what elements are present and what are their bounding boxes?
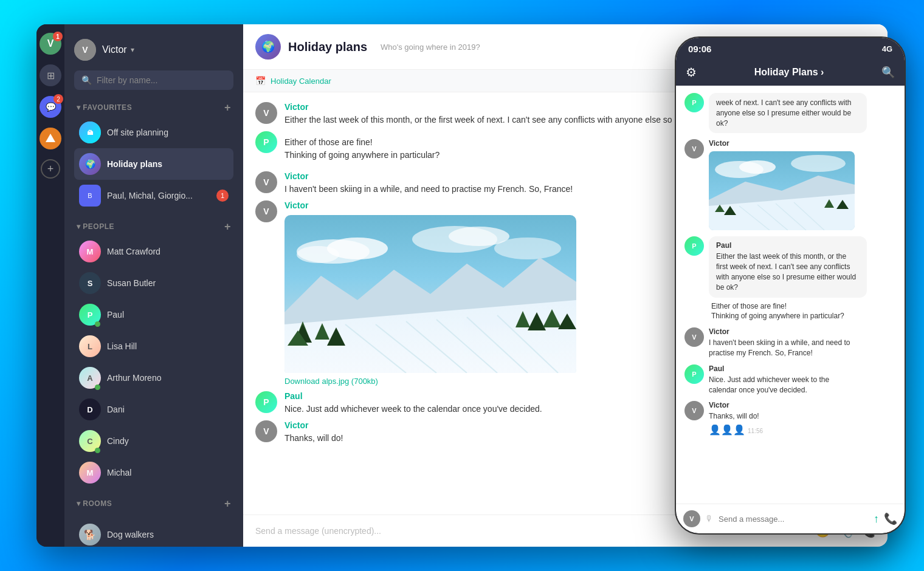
conv-avatar: S [79, 272, 101, 294]
search-bar[interactable]: 🔍 [74, 70, 233, 90]
person-item-lisa[interactable]: L Lisa Hill [74, 330, 233, 362]
phone-avatar: V [684, 401, 704, 420]
phone-avatar: V [684, 327, 704, 347]
phone-avatar: P [684, 93, 704, 112]
conv-avatar: M [79, 241, 101, 262]
phone-mic-icon[interactable]: 🎙 [705, 514, 714, 524]
phone-msg-row: V Victor Thanks, will do! 👤👤👤 11:56 [684, 401, 896, 436]
favourites-section-header: ▾ FAVOURITES + [74, 97, 233, 117]
brand-icon [44, 132, 57, 145]
phone-send-icon[interactable]: ↑ [874, 513, 879, 525]
phone-search-icon[interactable]: 🔍 [881, 66, 895, 79]
msg-avatar: V [255, 102, 277, 124]
favourite-item-group[interactable]: B Paul, Michal, Giorgio... 1 [74, 180, 233, 211]
conv-name: Paul, Michal, Giorgio... [107, 191, 210, 200]
msg-avatar: V [255, 200, 277, 222]
phone-gear-icon[interactable]: ⚙ [686, 65, 697, 80]
phone-msg-name: Paul [716, 241, 860, 250]
calendar-label[interactable]: Holiday Calendar [271, 77, 331, 86]
add-workspace-button[interactable]: + [41, 159, 60, 179]
favourites-toggle-icon[interactable]: ▾ FAVOURITES [77, 103, 132, 112]
user-badge[interactable]: V 1 [40, 33, 61, 55]
favourite-item-offsite[interactable]: 🏔 Off site planning [74, 117, 233, 148]
chat-subtitle: Who's going where in 2019? [381, 43, 480, 52]
chat-title: Holiday plans [288, 40, 367, 54]
phone-input-avatar: V [683, 510, 700, 527]
svg-point-27 [739, 160, 776, 174]
online-indicator [95, 321, 100, 327]
favourite-item-holiday[interactable]: 🌍 Holiday plans [74, 148, 233, 180]
phone-msg-name: Victor [709, 139, 855, 148]
chat-icon[interactable]: 💬 2 [40, 96, 61, 118]
mobile-phone: 09:06 4G ⚙ Holiday Plans › 🔍 P week of n… [675, 36, 906, 535]
phone-msg-container: Victor Thanks, will do! 👤👤👤 11:56 [709, 401, 763, 436]
chat-badge: 2 [53, 94, 63, 104]
person-item-matt[interactable]: M Matt Crawford [74, 236, 233, 267]
sidebar-username[interactable]: Victor ▾ [102, 44, 134, 55]
phone-msg-text: I haven't been skiing in a while, and ne… [709, 338, 855, 358]
person-item-cindy[interactable]: C Cindy [74, 425, 233, 457]
phone-avatar: P [684, 364, 704, 384]
phone-timestamp: 11:56 [748, 428, 763, 434]
rooms-toggle-icon[interactable]: ▾ ROOMS [77, 499, 112, 508]
person-item-arthur[interactable]: A Arthur Moreno [74, 362, 233, 394]
download-link[interactable]: Download alps.jpg (700kb) [284, 377, 378, 386]
phone-msg-row: V Victor I haven't been skiing in a whil… [684, 327, 896, 358]
people-toggle-icon[interactable]: ▾ PEOPLE [77, 222, 114, 231]
phone-chat-title: Holiday Plans › [703, 67, 875, 78]
person-item-paul[interactable]: P Paul [74, 299, 233, 330]
phone-title-arrow: › [821, 67, 824, 77]
conv-name: Holiday plans [107, 159, 229, 169]
search-icon: 🔍 [81, 75, 92, 85]
room-item-dogwalkers[interactable]: 🐕 Dog walkers [74, 519, 233, 547]
person-name: Matt Crawford [107, 247, 229, 256]
user-initial: V [47, 38, 54, 49]
sidebar-user-avatar: V [74, 39, 96, 61]
phone-messages: P week of next. I can't see any conflict… [676, 86, 905, 504]
msg-avatar: V [255, 420, 277, 442]
grid-icon[interactable]: ⊞ [40, 64, 61, 86]
search-input[interactable] [97, 75, 226, 85]
sidebar-content: V Victor ▾ 🔍 ▾ FAVOURITES + [64, 24, 243, 547]
add-person-button[interactable]: + [224, 221, 231, 232]
phone-screen: 09:06 4G ⚙ Holiday Plans › 🔍 P week of n… [676, 38, 905, 533]
phone-msg-text: Thanks, will do! [709, 411, 763, 422]
phone-avatar: P [684, 236, 704, 256]
phone-chat-header: ⚙ Holiday Plans › 🔍 [676, 59, 905, 86]
conv-avatar: L [79, 335, 101, 357]
sidebar: V 1 ⊞ 💬 2 + V [36, 24, 243, 547]
online-indicator [95, 448, 100, 453]
app-container: V 1 ⊞ 💬 2 + V [36, 24, 888, 547]
phone-msg-bubble: week of next. I can't see any conflicts … [709, 93, 867, 133]
phone-call-icon[interactable]: 📞 [884, 512, 897, 525]
conv-avatar: 🏔 [79, 121, 101, 143]
conv-badge: 1 [216, 190, 229, 202]
people-section-header: ▾ PEOPLE + [74, 216, 233, 236]
left-icon-bar: V 1 ⊞ 💬 2 + [36, 24, 64, 547]
sidebar-user-row[interactable]: V Victor ▾ [74, 34, 233, 66]
conv-avatar: D [79, 398, 101, 420]
conv-avatar: B [79, 185, 101, 207]
person-item-dani[interactable]: D Dani [74, 394, 233, 425]
phone-msg-container: Victor I haven't been skiing in a while,… [709, 327, 855, 358]
svg-point-4 [297, 246, 339, 263]
phone-message-input[interactable] [719, 515, 869, 524]
room-name: Dog walkers [107, 530, 229, 539]
person-name: Paul [107, 310, 229, 320]
person-name: Cindy [107, 436, 229, 446]
calendar-icon: 📅 [255, 76, 266, 86]
person-item-michal[interactable]: M Michal [74, 457, 233, 488]
person-item-susan[interactable]: S Susan Butler [74, 267, 233, 299]
sidebar-user-header: V Victor ▾ 🔍 ▾ FAVOURITES + [64, 24, 243, 547]
app-icon[interactable] [40, 128, 61, 149]
rooms-section-header: ▾ ROOMS + [74, 493, 233, 519]
phone-avatar: V [684, 139, 704, 159]
person-name: Dani [107, 405, 229, 414]
conv-avatar: 🌍 [79, 153, 101, 175]
phone-msg-name: Victor [709, 327, 855, 336]
person-name: Susan Butler [107, 278, 229, 288]
add-room-button[interactable]: + [224, 498, 231, 509]
add-favourite-button[interactable]: + [224, 102, 231, 113]
msg-avatar: P [255, 131, 277, 153]
phone-status-bar: 09:06 4G [676, 38, 905, 59]
